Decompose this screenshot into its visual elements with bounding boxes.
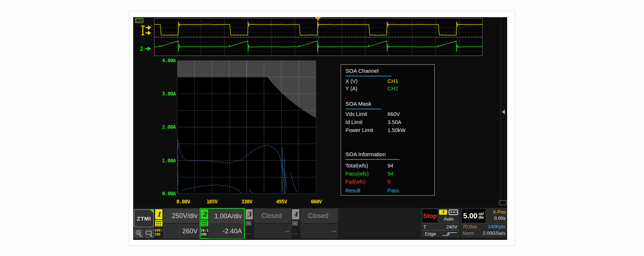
row-value: CH1 [387, 78, 398, 84]
row-value: 3.50A [387, 119, 401, 125]
y-axis-label: 0.00A [148, 191, 176, 196]
sidebar-handle[interactable] [499, 200, 506, 205]
y-axis-label: 3.00A [148, 91, 176, 97]
trigger-coupling-icon [449, 210, 458, 215]
soa-row: Result Pass [341, 188, 434, 195]
page: 2 4.00A 3.00A 2.00A 1.00A 0.00A 0.00V 16… [0, 0, 644, 256]
channel4-coupling-icon: – [292, 221, 298, 226]
channel3-offset: -- [254, 224, 292, 238]
trigger-mode[interactable]: Auto [439, 216, 458, 222]
x-axis-label: 0.00V [176, 199, 190, 204]
oscilloscope-screen: 2 4.00A 3.00A 2.00A 1.00A 0.00A 0.00V 16… [133, 17, 507, 240]
row-value: 94 [387, 163, 393, 169]
soa-row: Id Limit 3.50A [341, 119, 434, 127]
row-label: Pass(wfs) [345, 171, 369, 177]
sidebar-divider [501, 17, 501, 240]
channel4-badge[interactable]: 4 [292, 209, 299, 219]
soa-row: Vds Limit 660V [341, 111, 434, 118]
row-label: Fail(wfs) [345, 179, 366, 185]
row-value: CH2 [387, 86, 398, 91]
trigger-type[interactable]: Edge [425, 231, 436, 237]
soa-row: X (V) CH1 [341, 78, 434, 86]
trigger-level-value[interactable]: 240V [446, 223, 457, 230]
row-value: Pass [387, 188, 399, 193]
y-axis-label: 1.00A [148, 158, 176, 163]
channel2-position-marker: 2 [140, 45, 151, 52]
rising-edge-icon [442, 231, 458, 237]
row-label: Vds Limit [345, 111, 367, 117]
soa-row: Total(wfs) 94 [341, 163, 434, 170]
channel2-badge[interactable]: 2 [201, 209, 208, 219]
soa-channel-heading: SOA Channel [345, 68, 379, 74]
capture-window: 70.0us [463, 223, 477, 230]
timebase-block[interactable]: 5.00 us/ div X-Pos 0.00s 70.0us 140Kpts … [461, 208, 507, 237]
row-label: Total(wfs) [345, 163, 368, 169]
touch-icon [134, 229, 143, 238]
xpos-value[interactable]: 0.00s [486, 215, 506, 221]
channel3-badge[interactable]: 3 [246, 209, 253, 219]
x-axis-label: 660V [305, 199, 327, 204]
menu-corner-badge [150, 209, 154, 213]
svg-text:2: 2 [140, 45, 143, 52]
row-value: 660V [387, 111, 400, 117]
soa-row: Y (A) CH2 [341, 86, 434, 93]
row-label: Result [345, 188, 360, 193]
trigger-position-marker[interactable] [315, 17, 321, 21]
status-bar: ZTMI 1 500:1 1MΩ 250V/div 260 [133, 208, 507, 240]
soa-xy-plot [177, 60, 316, 194]
y-axis-label: 4.00A [148, 57, 176, 63]
soa-row: Pass(wfs) 94 [341, 171, 434, 178]
trigger-block[interactable]: Stop 1 Auto T 240V Edge [421, 208, 460, 237]
soa-mask-heading: SOA Mask [345, 101, 371, 107]
row-label: X (V) [345, 78, 357, 84]
channel1-probe-ratio: 500:1 [154, 229, 164, 232]
scope-logo-icon [135, 18, 144, 23]
channel3-state[interactable]: Closed [254, 208, 292, 223]
pointer-icon [145, 229, 154, 238]
soa-row: Power Limit 1.50kW [341, 127, 434, 135]
x-axis-label: 330V [236, 199, 258, 204]
touch-gesture-button[interactable] [134, 229, 143, 238]
row-label: Power Limit [345, 127, 373, 133]
timebase-scale[interactable]: 5.00 us/ div [462, 209, 485, 223]
heading-underline [345, 76, 392, 76]
x-axis-label: 495V [270, 199, 292, 204]
acquisition-status[interactable]: Stop [422, 209, 438, 223]
row-value: 0 [387, 179, 390, 185]
channel1-coupling-icon [155, 220, 162, 226]
waveform-strip [154, 18, 483, 56]
channel2-coupling-icon [201, 220, 208, 226]
sidebar-collapse-arrow-icon[interactable] [502, 109, 505, 114]
row-value: 1.50kW [387, 127, 405, 133]
row-value: 94 [387, 171, 393, 177]
soa-information-heading: SOA Information [345, 151, 386, 157]
channel2-offset[interactable]: -2.40A [209, 224, 244, 238]
channel1-probe-impedance: 1MΩ [154, 233, 164, 236]
y-axis-label: 2.00A [148, 124, 176, 130]
pointer-mode-button[interactable] [145, 229, 154, 238]
channel2-scale[interactable]: 1.00A/div [209, 209, 244, 223]
channel4-state[interactable]: Closed [300, 208, 338, 223]
timebase-value: 5.00 [463, 212, 478, 220]
channel3-probe: -:- [245, 232, 255, 236]
channel1-scale[interactable]: 250V/div [163, 208, 200, 223]
xpos-label: X-Pos [486, 209, 506, 215]
timebase-unit-bot: div [479, 215, 484, 219]
channel2-block-selected[interactable]: 2 10:1 1MΩ 1.00A/div -2.40A [200, 208, 245, 239]
sample-rate: 2.00GSa/s [483, 230, 505, 237]
trigger-level-label: T [423, 223, 426, 230]
row-label: Y (A) [345, 86, 357, 91]
channel4-probe: -:- [292, 232, 301, 236]
channel-markers[interactable]: 2 [140, 24, 154, 54]
soa-row: Fail(wfs) 0 [341, 179, 434, 186]
heading-underline [345, 159, 400, 160]
channel4-offset: -- [300, 224, 338, 238]
trigger-level-marker [141, 25, 151, 35]
trigger-source-badge[interactable]: 1 [439, 210, 447, 215]
memory-depth: 140Kpts [488, 223, 505, 230]
heading-underline [345, 109, 381, 109]
channel1-offset[interactable]: 260V [163, 224, 200, 238]
channel1-badge[interactable]: 1 [155, 209, 162, 219]
x-axis-label: 165V [201, 199, 223, 204]
screenshot-card: 2 4.00A 3.00A 2.00A 1.00A 0.00A 0.00V 16… [129, 11, 515, 245]
